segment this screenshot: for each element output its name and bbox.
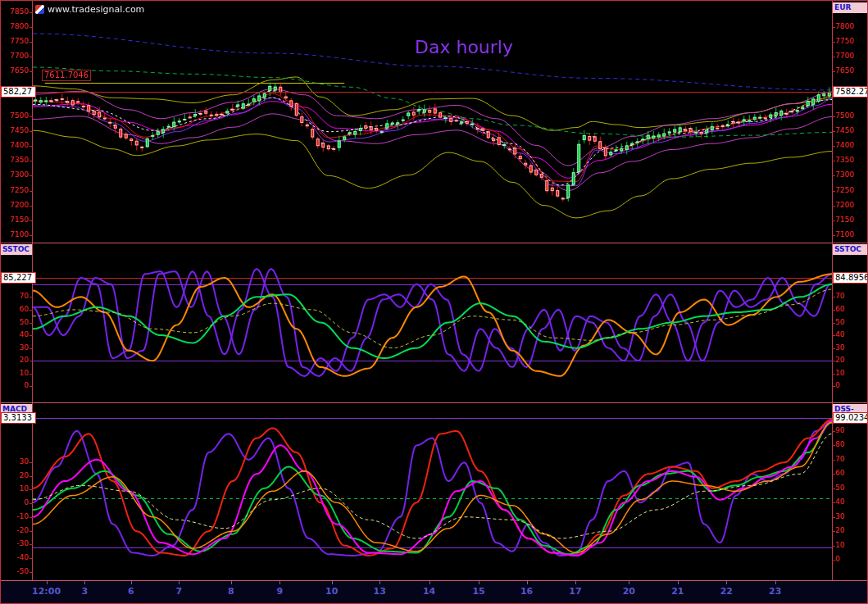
axis-tick-mark [832,546,835,547]
macd-panel-canvas[interactable] [33,403,832,580]
axis-tick-mark [30,361,33,361]
sstoc-panel-canvas[interactable] [33,243,832,402]
time-axis-tick [279,581,280,584]
axis-tick-mark [30,71,33,72]
axis-tick-mark [30,131,33,132]
time-axis-tick [332,581,333,584]
axis-tick-label: 7450 [1,126,29,135]
axis-tick-label: 7800 [835,22,868,31]
axis-tick-mark [832,517,835,518]
axis-tick-label: 7800 [1,22,29,31]
axis-tick-label: 7200 [835,201,868,210]
axis-tick-mark [30,27,33,28]
axis-tick-label: 20 [1,471,29,480]
axis-tick-mark [30,161,33,161]
axis-tick-label: 7650 [835,66,868,75]
axis-tick-label: 7650 [1,66,29,75]
time-axis-label: 15 [472,586,484,597]
axis-tick-mark [832,235,835,236]
axis-tick-label: 30 [835,512,868,521]
current-price-right-box: 7582.27 [833,86,868,98]
sstoc-label-right: SSTOC [833,244,868,255]
axis-tick-label: 7350 [1,156,29,165]
axis-tick-mark [832,175,835,176]
axis-tick-label: 60 [835,469,868,478]
watermark: www.tradesignal.com [35,4,144,15]
axis-tick-label: 10 [1,484,29,493]
axis-tick-label: 20 [1,356,29,365]
time-axis-label: 9 [276,586,283,597]
time-axis-label: 3 [82,586,89,597]
axis-tick-mark [30,57,33,57]
axis-tick-label: 80 [835,440,868,449]
axis-tick-label: 7450 [835,126,868,135]
axis-tick-label: 7500 [835,111,868,120]
panel-separator [1,402,868,403]
axis-tick-mark [832,27,835,28]
axis-tick-label: 50 [835,318,868,327]
time-axis-label: 6 [128,586,134,597]
axis-tick-mark [30,374,33,375]
time-axis-label: 14 [423,586,435,597]
axis-tick-label: 30 [1,343,29,352]
axis-tick-mark [30,42,33,43]
axis-tick-mark [832,386,835,387]
axis-tick-label: 7150 [835,216,868,225]
axis-tick-mark [832,474,835,475]
tradesignal-logo-icon [35,5,44,14]
time-axis-tick [775,581,776,584]
axis-tick-label: 40 [835,497,868,506]
axis-tick-label: 50 [1,318,29,327]
axis-tick-label: 7350 [835,156,868,165]
time-axis-tick [179,581,180,584]
axis-tick-label: 7100 [835,230,868,239]
time-axis-label: 20 [623,586,635,597]
time-axis-label: 16 [520,586,533,597]
axis-tick-mark [832,460,835,461]
axis-tick-label: 7400 [835,141,868,150]
sstoc-value-right-box: 84.8956 [833,272,868,284]
axis-tick-mark [30,503,33,504]
axis-tick-label: 7500 [1,111,29,120]
axis-tick-label: 7750 [835,37,868,46]
axis-tick-mark [30,235,33,236]
axis-tick-mark [832,488,835,489]
time-axis-tick [629,581,629,584]
time-axis-tick [726,581,727,584]
axis-tick-mark [832,131,835,132]
axis-tick-label: 7850 [1,7,29,16]
axis-tick-label: 0 [835,555,868,564]
time-axis-label: 12:00 [32,586,61,597]
axis-tick-mark [832,191,835,192]
axis-tick-label: 7700 [1,52,29,61]
time-axis-tick [231,581,232,584]
time-axis-tick [678,581,679,584]
axis-tick-label: 30 [1,457,29,466]
time-axis-tick [575,581,576,584]
axis-tick-label: 0 [1,498,29,507]
axis-tick-label: 7250 [835,186,868,195]
axis-tick-mark [832,206,835,207]
axis-tick-label: 10 [1,369,29,378]
axis-tick-label: 7100 [1,230,29,239]
time-axis-label: 21 [671,586,684,597]
axis-tick-label: 10 [835,541,868,550]
axis-tick-mark [832,361,835,361]
axis-tick-mark [30,220,33,221]
axis-tick-mark [30,517,33,518]
time-axis-tick [47,581,48,584]
axis-tick-mark [832,445,835,446]
axis-tick-mark [30,386,33,387]
axis-tick-mark [30,146,33,147]
axis-tick-label: -10 [1,512,29,521]
axis-tick-label: 40 [835,330,868,339]
axis-tick-label: -50 [1,567,29,576]
axis-tick-mark [30,206,33,207]
axis-tick-mark [832,297,835,297]
axis-tick-label: 0 [835,381,868,390]
axis-tick-mark [832,146,835,147]
axis-tick-label: 7300 [835,170,868,179]
axis-tick-mark [832,502,835,503]
time-axis-label: 17 [569,586,581,597]
axis-tick-mark [30,476,33,477]
